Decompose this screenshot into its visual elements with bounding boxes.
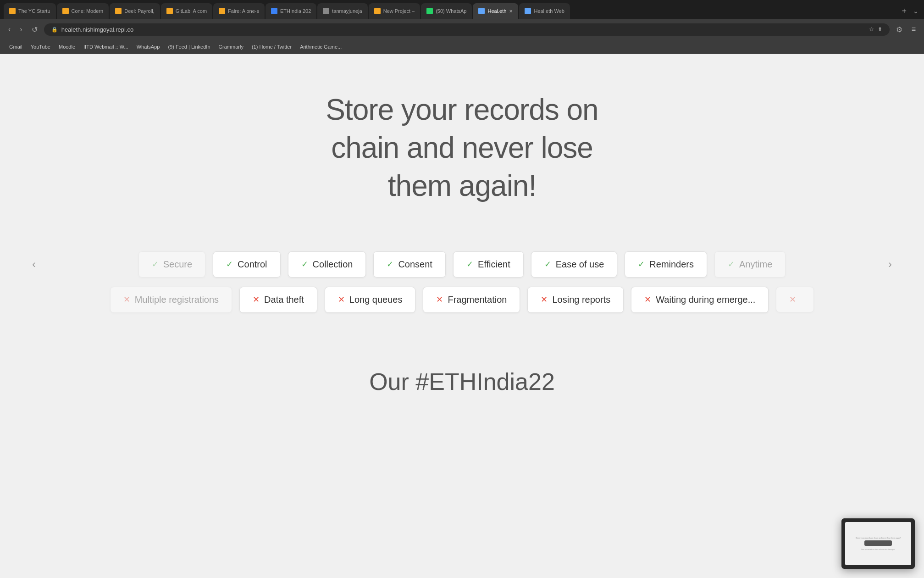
bottom-title: Our #ETHIndia22 bbox=[18, 368, 906, 395]
browser-tab-tab-5[interactable]: Faire: A one-s bbox=[213, 3, 265, 19]
bookmark-item[interactable]: YouTube bbox=[27, 43, 54, 51]
tag-label: Reminders bbox=[649, 259, 694, 270]
extensions-icon[interactable]: ⚙ bbox=[893, 23, 905, 36]
browser-tab-tab-1[interactable]: The YC Startu bbox=[4, 3, 56, 19]
new-tab-button[interactable]: + bbox=[898, 6, 910, 16]
browser-chrome: The YC StartuCone: ModernDeel: Payroll,G… bbox=[0, 0, 924, 54]
url-text[interactable]: healeth.nishimgoyal.repl.co bbox=[61, 26, 865, 33]
negative-tag-item: ✕Losing reports bbox=[527, 287, 624, 313]
positive-tag-item: ✓Consent bbox=[373, 251, 446, 278]
browser-tab-tab-7[interactable]: tanmayjuneja bbox=[317, 3, 367, 19]
tab-favicon bbox=[323, 8, 329, 14]
tab-favicon bbox=[271, 8, 277, 14]
bookmark-star-icon[interactable]: ☆ bbox=[869, 26, 874, 33]
bookmark-item[interactable]: Moodle bbox=[55, 43, 79, 51]
tags-section: ‹ ✓Secure✓Control✓Collection✓Consent✓Eff… bbox=[0, 233, 924, 331]
check-icon: ✓ bbox=[638, 259, 645, 269]
positive-tag-item: ✓Reminders bbox=[625, 251, 707, 278]
tab-label: New Project – bbox=[383, 8, 415, 14]
tab-favicon bbox=[9, 8, 16, 14]
hero-section: Store your records on chain and never lo… bbox=[0, 54, 924, 233]
tag-label: Anytime bbox=[739, 259, 772, 270]
preview-thumbnail: Store your records on chain and never lo… bbox=[841, 518, 915, 569]
page-content: Store your records on chain and never lo… bbox=[0, 0, 924, 578]
tab-label: Heal.eth Web bbox=[534, 8, 564, 14]
hero-title: Store your records on chain and never lo… bbox=[302, 91, 623, 206]
positive-tag-item: ✓Control bbox=[213, 251, 280, 278]
positive-tag-item: ✓Efficient bbox=[453, 251, 524, 278]
tag-label: Ease of use bbox=[556, 259, 604, 270]
reload-button[interactable]: ↺ bbox=[29, 23, 40, 36]
tag-label: Data theft bbox=[264, 295, 304, 305]
positive-tag-item: ✓Anytime bbox=[714, 251, 786, 278]
tag-label: Control bbox=[238, 259, 267, 270]
tab-favicon bbox=[219, 8, 225, 14]
negative-tag-item: ✕Data theft bbox=[239, 287, 317, 313]
positive-tag-item: ✓Collection bbox=[288, 251, 366, 278]
browser-tab-tab-2[interactable]: Cone: Modern bbox=[57, 3, 109, 19]
negative-tags-row: ✕Multiple registrations✕Data theft✕Long … bbox=[28, 287, 896, 313]
tag-label: Fragmentation bbox=[448, 295, 507, 305]
preview-button-shape bbox=[864, 540, 892, 546]
tag-label: Secure bbox=[163, 259, 192, 270]
nav-bar: ‹ › ↺ 🔒 healeth.nishimgoyal.repl.co ☆ ⬆ … bbox=[0, 19, 924, 39]
negative-tag-item: ✕Multiple registrations bbox=[110, 287, 232, 313]
negative-tag-item: ✕Waiting during emerge... bbox=[631, 287, 769, 313]
tag-label: Losing reports bbox=[552, 295, 610, 305]
forward-button[interactable]: › bbox=[17, 23, 25, 35]
positive-tag-item: ✓Secure bbox=[138, 251, 205, 278]
bookmark-item[interactable]: Gmail bbox=[6, 43, 26, 51]
positive-tag-item: ✓Ease of use bbox=[531, 251, 618, 278]
tab-favicon bbox=[166, 8, 173, 14]
tab-favicon bbox=[374, 8, 381, 14]
negative-tag-item: ✕Fragmentation bbox=[423, 287, 520, 313]
browser-tab-tab-9[interactable]: (50) WhatsAp bbox=[421, 3, 472, 19]
negative-tag-item: ✕Long queues bbox=[325, 287, 416, 313]
tab-close-button[interactable]: ✕ bbox=[509, 9, 513, 14]
tab-favicon bbox=[115, 8, 122, 14]
address-bar[interactable]: 🔒 healeth.nishimgoyal.repl.co ☆ ⬆ bbox=[44, 23, 890, 36]
tab-label: Cone: Modern bbox=[72, 8, 104, 14]
tab-favicon bbox=[426, 8, 433, 14]
browser-tab-tab-11[interactable]: Heal.eth Web bbox=[519, 3, 570, 19]
tab-bar: The YC StartuCone: ModernDeel: Payroll,G… bbox=[0, 0, 924, 19]
check-icon: ✓ bbox=[387, 259, 393, 269]
tab-list-button[interactable]: ⌄ bbox=[911, 7, 920, 15]
menu-icon[interactable]: ≡ bbox=[909, 23, 918, 35]
bookmark-item[interactable]: (9) Feed | LinkedIn bbox=[164, 43, 214, 51]
cross-icon: ✕ bbox=[338, 295, 345, 305]
preview-inner: Store your records on chain and never lo… bbox=[845, 522, 911, 565]
preview-text: Store your records on chain and never lo… bbox=[856, 537, 901, 539]
tab-label: tanmayjuneja bbox=[332, 8, 362, 14]
bookmark-item[interactable]: (1) Home / Twitter bbox=[248, 43, 295, 51]
tab-label: The YC Startu bbox=[18, 8, 50, 14]
bottom-section: Our #ETHIndia22 bbox=[0, 331, 924, 432]
bookmark-item[interactable]: WhatsApp bbox=[133, 43, 164, 51]
bookmark-item[interactable]: IITD Webmail :: W... bbox=[80, 43, 132, 51]
check-icon: ✓ bbox=[152, 259, 159, 269]
check-icon: ✓ bbox=[544, 259, 551, 269]
tab-favicon bbox=[525, 8, 531, 14]
bookmark-item[interactable]: Grammarly bbox=[215, 43, 247, 51]
scroll-left-icon[interactable]: ‹ bbox=[32, 258, 36, 271]
browser-tab-tab-6[interactable]: ETHIndia 202 bbox=[266, 3, 316, 19]
cross-icon: ✕ bbox=[436, 295, 443, 305]
preview-subtext: Store your records on chain and never lo… bbox=[861, 549, 895, 550]
browser-tab-tab-3[interactable]: Deel: Payroll, bbox=[110, 3, 160, 19]
back-button[interactable]: ‹ bbox=[6, 23, 13, 35]
tab-label: GitLab: A com bbox=[176, 8, 207, 14]
check-icon: ✓ bbox=[226, 259, 233, 269]
browser-tab-tab-8[interactable]: New Project – bbox=[369, 3, 420, 19]
tab-label: (50) WhatsAp bbox=[436, 8, 466, 14]
browser-tab-tab-4[interactable]: GitLab: A com bbox=[161, 3, 212, 19]
tag-label: Waiting during emerge... bbox=[656, 295, 755, 305]
tab-favicon bbox=[62, 8, 69, 14]
check-icon: ✓ bbox=[728, 259, 735, 269]
share-icon[interactable]: ⬆ bbox=[878, 26, 882, 33]
tab-label: Faire: A one-s bbox=[228, 8, 259, 14]
cross-icon: ✕ bbox=[253, 295, 260, 305]
browser-tab-tab-10[interactable]: Heal.eth✕ bbox=[473, 3, 518, 19]
scroll-right-icon[interactable]: › bbox=[888, 258, 892, 271]
bookmark-item[interactable]: Arithmetic Game... bbox=[296, 43, 345, 51]
cross-icon: ✕ bbox=[123, 295, 130, 305]
